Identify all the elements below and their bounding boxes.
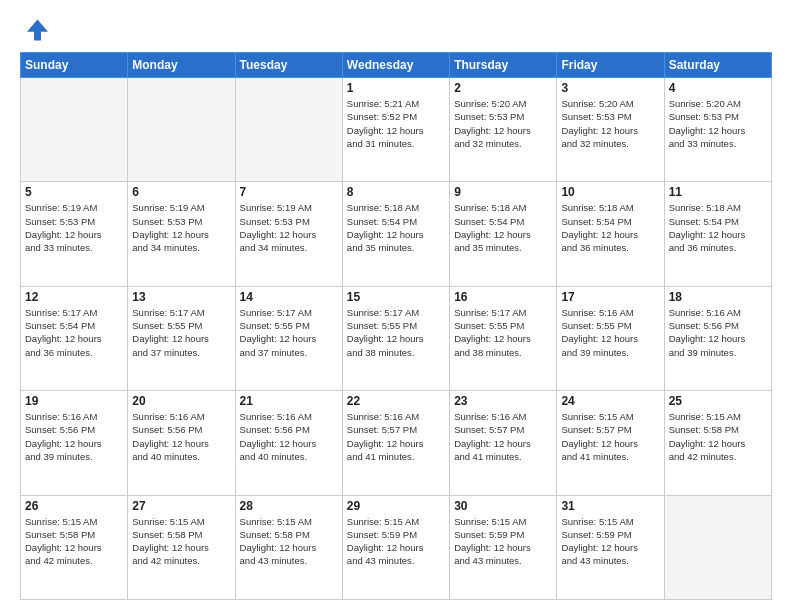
calendar-cell [128,78,235,182]
day-number: 24 [561,394,659,408]
day-number: 6 [132,185,230,199]
calendar-cell: 17Sunrise: 5:16 AM Sunset: 5:55 PM Dayli… [557,286,664,390]
day-number: 25 [669,394,767,408]
weekday-header-thursday: Thursday [450,53,557,78]
weekday-header-sunday: Sunday [21,53,128,78]
weekday-header-row: SundayMondayTuesdayWednesdayThursdayFrid… [21,53,772,78]
calendar-table: SundayMondayTuesdayWednesdayThursdayFrid… [20,52,772,600]
day-number: 21 [240,394,338,408]
calendar-cell: 13Sunrise: 5:17 AM Sunset: 5:55 PM Dayli… [128,286,235,390]
calendar-cell: 6Sunrise: 5:19 AM Sunset: 5:53 PM Daylig… [128,182,235,286]
day-number: 14 [240,290,338,304]
calendar-cell: 27Sunrise: 5:15 AM Sunset: 5:58 PM Dayli… [128,495,235,599]
calendar-cell: 3Sunrise: 5:20 AM Sunset: 5:53 PM Daylig… [557,78,664,182]
week-row-1: 5Sunrise: 5:19 AM Sunset: 5:53 PM Daylig… [21,182,772,286]
calendar-cell: 9Sunrise: 5:18 AM Sunset: 5:54 PM Daylig… [450,182,557,286]
day-info: Sunrise: 5:18 AM Sunset: 5:54 PM Dayligh… [454,201,552,254]
calendar-cell: 26Sunrise: 5:15 AM Sunset: 5:58 PM Dayli… [21,495,128,599]
day-info: Sunrise: 5:17 AM Sunset: 5:55 PM Dayligh… [132,306,230,359]
calendar-cell: 29Sunrise: 5:15 AM Sunset: 5:59 PM Dayli… [342,495,449,599]
day-info: Sunrise: 5:17 AM Sunset: 5:55 PM Dayligh… [454,306,552,359]
week-row-2: 12Sunrise: 5:17 AM Sunset: 5:54 PM Dayli… [21,286,772,390]
calendar-cell: 15Sunrise: 5:17 AM Sunset: 5:55 PM Dayli… [342,286,449,390]
logo-icon [20,16,48,44]
day-info: Sunrise: 5:15 AM Sunset: 5:58 PM Dayligh… [25,515,123,568]
calendar-cell: 1Sunrise: 5:21 AM Sunset: 5:52 PM Daylig… [342,78,449,182]
week-row-4: 26Sunrise: 5:15 AM Sunset: 5:58 PM Dayli… [21,495,772,599]
day-number: 1 [347,81,445,95]
day-number: 4 [669,81,767,95]
day-info: Sunrise: 5:19 AM Sunset: 5:53 PM Dayligh… [132,201,230,254]
day-info: Sunrise: 5:16 AM Sunset: 5:56 PM Dayligh… [25,410,123,463]
day-number: 30 [454,499,552,513]
day-number: 7 [240,185,338,199]
calendar-cell: 10Sunrise: 5:18 AM Sunset: 5:54 PM Dayli… [557,182,664,286]
calendar-cell: 5Sunrise: 5:19 AM Sunset: 5:53 PM Daylig… [21,182,128,286]
calendar-cell: 8Sunrise: 5:18 AM Sunset: 5:54 PM Daylig… [342,182,449,286]
day-number: 10 [561,185,659,199]
calendar-page: SundayMondayTuesdayWednesdayThursdayFrid… [0,0,792,612]
day-info: Sunrise: 5:15 AM Sunset: 5:59 PM Dayligh… [561,515,659,568]
calendar-cell [235,78,342,182]
svg-marker-0 [27,20,48,41]
day-number: 20 [132,394,230,408]
week-row-3: 19Sunrise: 5:16 AM Sunset: 5:56 PM Dayli… [21,391,772,495]
day-info: Sunrise: 5:19 AM Sunset: 5:53 PM Dayligh… [240,201,338,254]
day-number: 12 [25,290,123,304]
day-info: Sunrise: 5:15 AM Sunset: 5:59 PM Dayligh… [454,515,552,568]
calendar-cell: 19Sunrise: 5:16 AM Sunset: 5:56 PM Dayli… [21,391,128,495]
day-number: 27 [132,499,230,513]
weekday-header-saturday: Saturday [664,53,771,78]
day-info: Sunrise: 5:15 AM Sunset: 5:57 PM Dayligh… [561,410,659,463]
day-info: Sunrise: 5:17 AM Sunset: 5:55 PM Dayligh… [347,306,445,359]
day-number: 31 [561,499,659,513]
day-number: 3 [561,81,659,95]
day-info: Sunrise: 5:16 AM Sunset: 5:57 PM Dayligh… [454,410,552,463]
day-info: Sunrise: 5:17 AM Sunset: 5:55 PM Dayligh… [240,306,338,359]
day-number: 9 [454,185,552,199]
day-number: 19 [25,394,123,408]
calendar-cell: 30Sunrise: 5:15 AM Sunset: 5:59 PM Dayli… [450,495,557,599]
day-info: Sunrise: 5:16 AM Sunset: 5:55 PM Dayligh… [561,306,659,359]
day-number: 18 [669,290,767,304]
day-info: Sunrise: 5:18 AM Sunset: 5:54 PM Dayligh… [347,201,445,254]
day-number: 23 [454,394,552,408]
day-info: Sunrise: 5:15 AM Sunset: 5:58 PM Dayligh… [669,410,767,463]
weekday-header-monday: Monday [128,53,235,78]
calendar-cell: 12Sunrise: 5:17 AM Sunset: 5:54 PM Dayli… [21,286,128,390]
day-info: Sunrise: 5:15 AM Sunset: 5:59 PM Dayligh… [347,515,445,568]
calendar-cell: 21Sunrise: 5:16 AM Sunset: 5:56 PM Dayli… [235,391,342,495]
day-info: Sunrise: 5:20 AM Sunset: 5:53 PM Dayligh… [454,97,552,150]
day-number: 15 [347,290,445,304]
calendar-cell: 18Sunrise: 5:16 AM Sunset: 5:56 PM Dayli… [664,286,771,390]
day-number: 11 [669,185,767,199]
day-info: Sunrise: 5:18 AM Sunset: 5:54 PM Dayligh… [669,201,767,254]
day-number: 29 [347,499,445,513]
day-number: 26 [25,499,123,513]
day-number: 28 [240,499,338,513]
day-number: 5 [25,185,123,199]
day-number: 13 [132,290,230,304]
day-info: Sunrise: 5:20 AM Sunset: 5:53 PM Dayligh… [561,97,659,150]
day-info: Sunrise: 5:21 AM Sunset: 5:52 PM Dayligh… [347,97,445,150]
calendar-cell: 23Sunrise: 5:16 AM Sunset: 5:57 PM Dayli… [450,391,557,495]
day-info: Sunrise: 5:16 AM Sunset: 5:56 PM Dayligh… [132,410,230,463]
day-info: Sunrise: 5:17 AM Sunset: 5:54 PM Dayligh… [25,306,123,359]
calendar-cell: 24Sunrise: 5:15 AM Sunset: 5:57 PM Dayli… [557,391,664,495]
day-info: Sunrise: 5:15 AM Sunset: 5:58 PM Dayligh… [132,515,230,568]
calendar-body: 1Sunrise: 5:21 AM Sunset: 5:52 PM Daylig… [21,78,772,600]
day-number: 2 [454,81,552,95]
calendar-cell: 11Sunrise: 5:18 AM Sunset: 5:54 PM Dayli… [664,182,771,286]
calendar-cell: 16Sunrise: 5:17 AM Sunset: 5:55 PM Dayli… [450,286,557,390]
day-number: 17 [561,290,659,304]
calendar-cell: 7Sunrise: 5:19 AM Sunset: 5:53 PM Daylig… [235,182,342,286]
logo [20,16,52,44]
day-info: Sunrise: 5:16 AM Sunset: 5:56 PM Dayligh… [240,410,338,463]
week-row-0: 1Sunrise: 5:21 AM Sunset: 5:52 PM Daylig… [21,78,772,182]
calendar-cell: 28Sunrise: 5:15 AM Sunset: 5:58 PM Dayli… [235,495,342,599]
day-info: Sunrise: 5:19 AM Sunset: 5:53 PM Dayligh… [25,201,123,254]
calendar-cell: 22Sunrise: 5:16 AM Sunset: 5:57 PM Dayli… [342,391,449,495]
calendar-header: SundayMondayTuesdayWednesdayThursdayFrid… [21,53,772,78]
day-number: 22 [347,394,445,408]
calendar-cell [21,78,128,182]
